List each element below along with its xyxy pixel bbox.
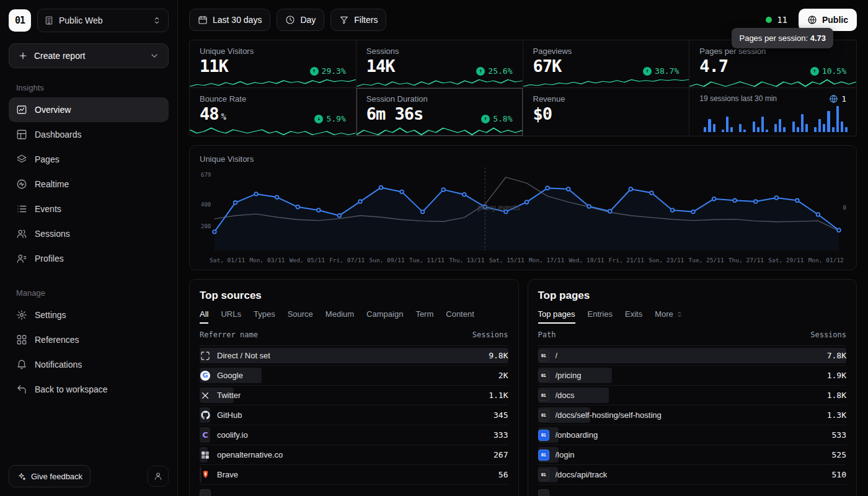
page-path: /docs/api/track <box>556 470 608 479</box>
data-point <box>795 199 799 203</box>
workspace-selector[interactable]: Public Web <box>37 9 169 32</box>
openpanel-favicon-blue: 01 <box>538 430 549 441</box>
sessions-value: 7.8K <box>827 351 846 360</box>
table-row[interactable]: Brave 56 <box>200 465 508 485</box>
change-value: 38.7% <box>655 66 679 76</box>
data-point <box>463 193 466 197</box>
sidebar-item-events[interactable]: Events <box>9 197 169 221</box>
change-badge: ↑ 5.8% <box>481 114 512 123</box>
sidebar-item-notifications[interactable]: Notifications <box>9 352 169 377</box>
interval-label: Day <box>300 15 316 25</box>
table-row[interactable]: 01 /pricing 1.9K <box>538 366 847 386</box>
user-profile-button[interactable] <box>148 466 169 487</box>
live-sessions-card[interactable]: 19 sessions last 30 min 1 <box>689 88 856 136</box>
chart-watermark: proxy events <box>477 203 520 212</box>
tab-all[interactable]: All <box>200 309 208 324</box>
sidebar-item-label: Notifications <box>35 360 82 370</box>
live-bar <box>743 130 746 132</box>
sidebar-item-pages[interactable]: Pages <box>9 147 169 172</box>
table-row[interactable]: Twitter 1.1K <box>200 386 508 405</box>
overview-icon <box>16 104 27 115</box>
plus-icon <box>18 51 28 61</box>
date-range-button[interactable]: Last 30 days <box>189 9 270 31</box>
metric-unique-visitors[interactable]: Unique Visitors 11K ↑ 29.3% <box>190 40 356 88</box>
data-point <box>587 205 591 208</box>
sidebar-item-sessions[interactable]: Sessions <box>9 221 169 246</box>
sidebar-item-dashboards[interactable]: Dashboards <box>9 122 169 147</box>
openpanel-favicon: 01 <box>538 390 549 401</box>
chart-plot[interactable]: 200400679 proxy events 0 <box>200 165 846 252</box>
sessions-value: 1.1K <box>489 391 508 400</box>
sidebar-item-settings[interactable]: Settings <box>9 303 169 327</box>
sidebar-item-references[interactable]: References <box>9 327 169 352</box>
give-feedback-button[interactable]: Give feedback <box>9 465 91 487</box>
data-point <box>817 213 820 216</box>
table-row[interactable]: G Google 2K <box>200 366 508 386</box>
tab-entries[interactable]: Entries <box>588 309 613 324</box>
live-bar <box>832 127 835 132</box>
table-row-partial[interactable] <box>538 485 847 496</box>
create-report-button[interactable]: Create report <box>9 43 169 68</box>
data-point <box>275 195 279 199</box>
sidebar-item-profiles[interactable]: Profiles <box>9 246 169 271</box>
tab-source[interactable]: Source <box>288 309 313 324</box>
tab-medium[interactable]: Medium <box>326 309 354 324</box>
x-tick-label: Sat, 15/11 <box>489 257 525 264</box>
tab-more[interactable]: More <box>655 309 683 324</box>
metric-pageviews[interactable]: Pageviews 67K ↑ 38.7% <box>523 40 690 88</box>
sessions-value: 525 <box>832 450 846 459</box>
table-row[interactable]: openalternative.co 267 <box>200 445 508 465</box>
tab-types[interactable]: Types <box>254 309 275 324</box>
table-row[interactable]: 01 /onboarding 533 <box>538 425 847 445</box>
tab-top-pages[interactable]: Top pages <box>538 309 575 324</box>
filters-button[interactable]: Filters <box>330 9 386 31</box>
table-row[interactable]: GitHub 345 <box>200 405 508 425</box>
data-point <box>608 210 612 213</box>
sparkline <box>356 126 523 136</box>
tab-exits[interactable]: Exits <box>625 309 642 324</box>
metric-session-duration[interactable]: Session Duration 6m 36s ↑ 5.8% <box>356 88 523 136</box>
metric-revenue[interactable]: Revenue $0 <box>523 88 690 136</box>
globe-icon <box>829 94 838 104</box>
sidebar-item-back-to-workspace[interactable]: Back to workspace <box>9 377 169 402</box>
data-point <box>733 199 737 203</box>
table-row[interactable]: 01 /docs/api/track 510 <box>538 465 847 485</box>
table-row[interactable]: Direct / Not set 9.8K <box>200 346 508 366</box>
live-bar <box>805 124 808 132</box>
data-point <box>754 200 758 203</box>
chevron-down-icon[interactable] <box>149 51 159 61</box>
chart-tooltip: Pages per session: 4.73 <box>732 28 833 48</box>
table-row[interactable]: 01 /login 525 <box>538 445 847 465</box>
metric-sessions[interactable]: Sessions 14K ↑ 25.6% <box>356 40 523 88</box>
x-tick-label: Sat, 01/11 <box>210 257 245 264</box>
metric-bounce-rate[interactable]: Bounce Rate 48% ↓ 5.9% <box>190 88 356 136</box>
data-point <box>234 201 237 205</box>
live-visitors-indicator[interactable]: 11 <box>766 15 787 25</box>
tab-campaign[interactable]: Campaign <box>366 309 403 324</box>
table-row[interactable]: 01 /docs 1.8K <box>538 386 847 405</box>
sidebar-item-label: Realtime <box>35 179 69 189</box>
referrer-name: coolify.io <box>217 430 248 440</box>
live-bar <box>801 114 804 132</box>
tab-urls[interactable]: URLs <box>221 309 241 324</box>
data-point <box>400 190 404 194</box>
tab-term[interactable]: Term <box>415 309 433 324</box>
google-icon: G <box>200 370 211 381</box>
layers-icon <box>16 154 27 165</box>
chart-title: Unique Visitors <box>200 154 846 164</box>
openpanel-favicon: 01 <box>538 469 549 480</box>
sidebar-item-overview[interactable]: Overview <box>9 97 169 122</box>
sidebar-item-realtime[interactable]: Realtime <box>9 172 169 197</box>
table-row[interactable]: 01 / 7.8K <box>538 346 847 366</box>
live-bar <box>753 122 755 132</box>
table-row[interactable]: 01 /docs/self-hosting/self-hosting 1.3K <box>538 405 847 425</box>
sessions-value: 345 <box>494 410 508 420</box>
line-chart <box>200 165 846 252</box>
table-row-partial[interactable] <box>200 485 508 496</box>
live-bar <box>726 117 728 132</box>
table-row[interactable]: C coolify.io 333 <box>200 425 508 445</box>
live-bar <box>722 130 724 132</box>
data-point <box>525 200 529 204</box>
interval-button[interactable]: Day <box>277 9 324 31</box>
tab-content[interactable]: Content <box>446 309 474 324</box>
